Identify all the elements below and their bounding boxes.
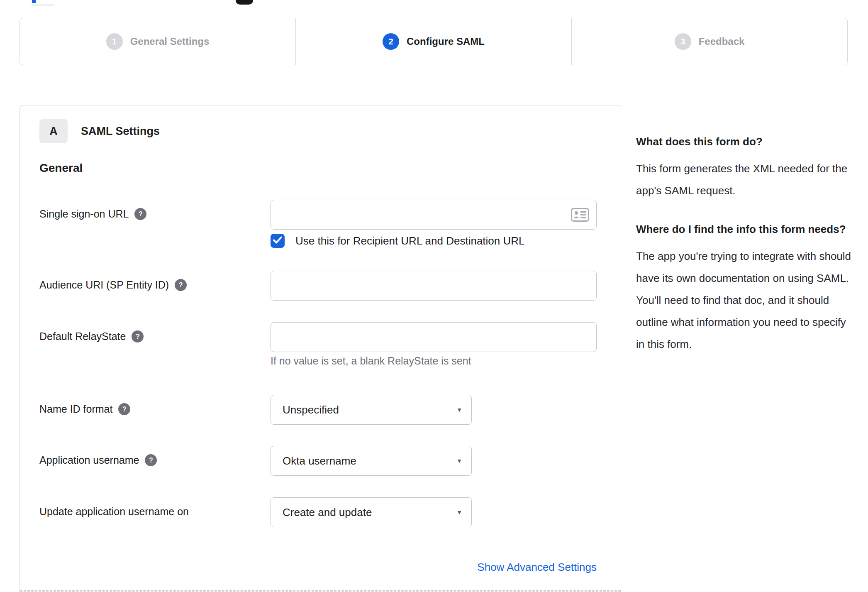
step-general-settings[interactable]: 1 General Settings — [20, 18, 295, 65]
help-sidebar: What does this form do? This form genera… — [636, 105, 854, 355]
audience-uri-label: Audience URI (SP Entity ID) — [39, 279, 169, 291]
advanced-settings-row: Show Advanced Settings — [271, 561, 597, 574]
single-sign-on-url-input[interactable] — [271, 200, 597, 230]
step-number-badge: 2 — [383, 33, 399, 50]
help-icon[interactable]: ? — [134, 208, 146, 220]
application-username-value: Okta username — [283, 455, 356, 467]
help-icon[interactable]: ? — [145, 454, 157, 466]
update-application-username-row: Update application username on Create an… — [39, 497, 601, 527]
help-answer-2: The app you're trying to integrate with … — [636, 245, 854, 355]
contact-card-icon[interactable] — [571, 208, 589, 222]
step-label: General Settings — [130, 36, 210, 47]
application-username-label: Application username — [39, 454, 139, 466]
help-answer-1: This form generates the XML needed for t… — [636, 158, 854, 202]
general-heading: General — [39, 161, 601, 175]
application-username-select[interactable]: Okta username ▼ — [271, 446, 472, 476]
clipped-header-fragment — [31, 4, 54, 6]
application-username-row: Application username ? Okta username ▼ — [39, 446, 601, 476]
section-header: A SAML Settings — [39, 119, 601, 143]
default-relaystate-input[interactable] — [271, 322, 597, 352]
wizard-step-bar: 1 General Settings 2 Configure SAML 3 Fe… — [20, 18, 848, 65]
step-number-badge: 1 — [106, 33, 123, 50]
help-icon[interactable]: ? — [118, 403, 130, 415]
show-advanced-settings-link[interactable]: Show Advanced Settings — [477, 561, 597, 573]
recipient-url-checkbox-label: Use this for Recipient URL and Destinati… — [295, 235, 525, 247]
update-application-username-label: Update application username on — [39, 506, 189, 518]
step-feedback[interactable]: 3 Feedback — [571, 18, 847, 65]
name-id-format-row: Name ID format ? Unspecified ▼ — [39, 395, 601, 425]
update-application-username-select[interactable]: Create and update ▼ — [271, 497, 472, 527]
default-relaystate-label: Default RelayState — [39, 330, 126, 342]
audience-uri-row: Audience URI (SP Entity ID) ? — [39, 271, 601, 301]
single-sign-on-url-row: Single sign-on URL ? — [39, 200, 601, 230]
recipient-url-checkbox-row[interactable]: Use this for Recipient URL and Destinati… — [271, 233, 601, 248]
help-question-2: Where do I find the info this form needs… — [636, 218, 854, 240]
name-id-format-value: Unspecified — [283, 404, 339, 416]
clipped-header-fragment — [32, 0, 36, 3]
chevron-down-icon: ▼ — [456, 406, 462, 413]
step-label: Feedback — [699, 36, 745, 47]
help-icon[interactable]: ? — [175, 279, 187, 291]
section-a-badge: A — [39, 119, 68, 143]
help-icon[interactable]: ? — [132, 330, 144, 342]
help-question-1: What does this form do? — [636, 131, 854, 153]
name-id-format-label: Name ID format — [39, 403, 112, 415]
chevron-down-icon: ▼ — [456, 509, 462, 516]
dashed-section-divider — [20, 590, 621, 592]
checkmark-icon — [273, 236, 282, 245]
audience-uri-input[interactable] — [271, 271, 597, 301]
single-sign-on-url-label: Single sign-on URL — [39, 208, 129, 220]
relaystate-hint: If no value is set, a blank RelayState i… — [271, 355, 601, 367]
saml-settings-panel: A SAML Settings General Single sign-on U… — [20, 105, 621, 592]
clipped-header-fragment — [236, 0, 253, 5]
step-label: Configure SAML — [407, 36, 485, 47]
section-title: SAML Settings — [81, 125, 160, 138]
page: 1 General Settings 2 Configure SAML 3 Fe… — [0, 0, 868, 592]
default-relaystate-row: Default RelayState ? If no value is set,… — [39, 322, 601, 367]
step-number-badge: 3 — [675, 33, 691, 50]
step-configure-saml[interactable]: 2 Configure SAML — [295, 18, 571, 65]
name-id-format-select[interactable]: Unspecified ▼ — [271, 395, 472, 425]
recipient-url-checkbox[interactable] — [271, 234, 285, 248]
update-application-username-value: Create and update — [283, 506, 372, 519]
chevron-down-icon: ▼ — [456, 457, 462, 464]
